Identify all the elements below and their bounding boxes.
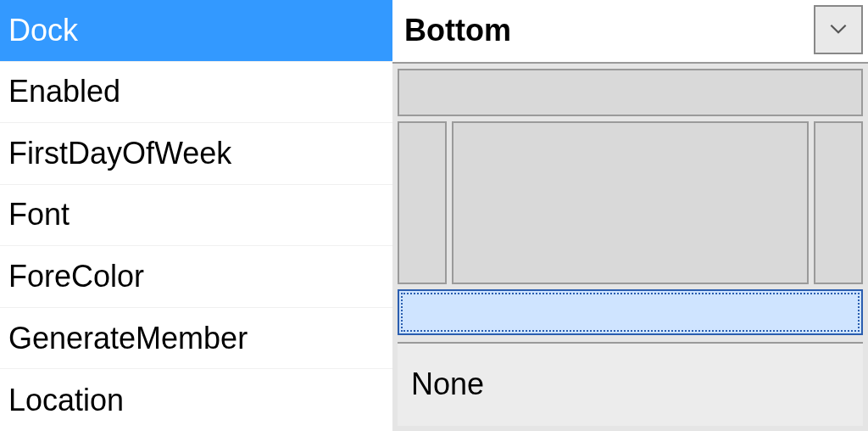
property-grid: Dock Enabled FirstDayOfWeek Font ForeCol… [0, 0, 868, 431]
property-enabled[interactable]: Enabled [0, 62, 392, 124]
dock-selector-panel: None [392, 62, 868, 431]
property-values-column: Bottom None [392, 0, 868, 431]
property-label: Location [8, 383, 124, 418]
property-label: Enabled [8, 74, 120, 109]
dock-value-label: Bottom [404, 13, 511, 48]
chevron-down-icon [827, 12, 849, 48]
property-forecolor[interactable]: ForeColor [0, 246, 392, 308]
property-label: FirstDayOfWeek [8, 136, 231, 171]
dock-value-cell[interactable]: Bottom [392, 0, 868, 62]
dock-none-label: None [411, 367, 484, 402]
property-firstdayofweek[interactable]: FirstDayOfWeek [0, 123, 392, 185]
dock-mid-row [398, 121, 863, 284]
dropdown-button[interactable] [814, 5, 863, 54]
property-label: Dock [8, 13, 78, 48]
property-label: GenerateMember [8, 321, 248, 356]
property-dock[interactable]: Dock [0, 0, 392, 62]
property-names-column: Dock Enabled FirstDayOfWeek Font ForeCol… [0, 0, 392, 431]
dock-option-none[interactable]: None [398, 342, 863, 426]
property-font[interactable]: Font [0, 185, 392, 247]
property-label: ForeColor [8, 259, 144, 294]
dock-option-bottom[interactable] [398, 289, 863, 335]
dock-option-left[interactable] [398, 121, 447, 284]
dock-option-right[interactable] [814, 121, 863, 284]
dock-option-fill[interactable] [452, 121, 809, 284]
property-generatemember[interactable]: GenerateMember [0, 308, 392, 370]
dock-option-top[interactable] [398, 69, 863, 116]
property-location[interactable]: Location [0, 369, 392, 431]
property-label: Font [8, 197, 70, 232]
